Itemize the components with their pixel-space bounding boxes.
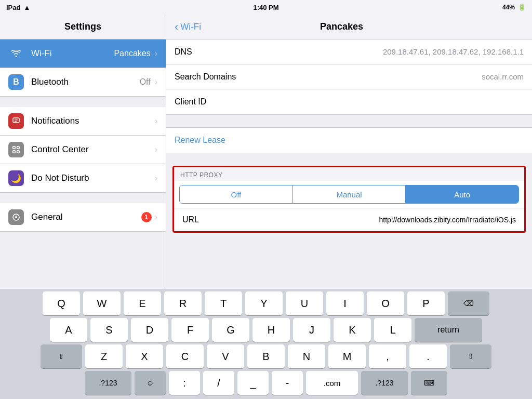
- controlcenter-icon: [8, 142, 24, 157]
- key-k[interactable]: K: [334, 318, 371, 342]
- key-g[interactable]: G: [212, 318, 249, 342]
- key-m[interactable]: M: [328, 344, 366, 368]
- back-chevron-icon: ‹: [175, 20, 178, 34]
- key-u[interactable]: U: [286, 291, 323, 315]
- key-b[interactable]: B: [247, 344, 285, 368]
- key-s[interactable]: S: [90, 318, 128, 342]
- key-l[interactable]: L: [374, 318, 411, 342]
- key-shift-right[interactable]: ⇧: [450, 344, 491, 368]
- notifications-icon: [8, 113, 24, 129]
- proxy-auto-button[interactable]: Auto: [406, 185, 518, 203]
- sidebar: Settings Wi-Fi Pancakes › B Bluetooth Of: [0, 15, 166, 289]
- general-icon: [8, 209, 24, 225]
- key-comma[interactable]: ,: [369, 344, 406, 368]
- sidebar-item-notifications[interactable]: Notifications ›: [0, 107, 166, 136]
- keyboard-row-1: Q W E R T Y U I O P ⌫: [0, 289, 532, 315]
- key-a[interactable]: A: [50, 318, 87, 342]
- key-slash[interactable]: /: [203, 371, 234, 395]
- key-h[interactable]: H: [252, 318, 290, 342]
- key-i[interactable]: I: [326, 291, 364, 315]
- general-badge: 1: [141, 212, 152, 222]
- key-return[interactable]: return: [415, 318, 482, 342]
- key-period[interactable]: .: [409, 344, 447, 368]
- wifi-icon: [8, 46, 24, 61]
- wifi-value: Pancakes: [114, 49, 150, 58]
- key-o[interactable]: O: [367, 291, 404, 315]
- key-keyboard-icon[interactable]: ⌨: [411, 371, 447, 395]
- key-shift-left[interactable]: ⇧: [41, 344, 82, 368]
- key-q[interactable]: Q: [43, 291, 80, 315]
- key-delete[interactable]: ⌫: [448, 291, 489, 315]
- proxy-manual-button[interactable]: Manual: [293, 185, 406, 203]
- detail-pane: ‹ Wi-Fi Pancakes DNS 209.18.47.61, 209.1…: [166, 15, 532, 289]
- ipad-label: iPad: [6, 4, 20, 11]
- keyboard-row-4: .?123 ☺ : / _ - .com .?123 ⌨: [0, 368, 532, 399]
- detail-content: DNS 209.18.47.61, 209.18.47.62, 192.168.…: [166, 39, 532, 289]
- key-c[interactable]: C: [166, 344, 204, 368]
- status-bar: iPad ▲ 1:40 PM 44% 🔋: [0, 0, 532, 15]
- battery-percent: 44%: [502, 4, 515, 11]
- sidebar-item-general[interactable]: General 1 ›: [0, 203, 166, 232]
- keyboard-row-2: A S D F G H J K L return: [0, 315, 532, 342]
- sidebar-title: Settings: [64, 21, 101, 32]
- wifi-status-icon: ▲: [23, 4, 30, 11]
- renew-lease-group: Renew Lease: [166, 127, 532, 153]
- key-colon[interactable]: :: [169, 371, 200, 395]
- sidebar-item-wifi[interactable]: Wi-Fi Pancakes ›: [0, 39, 166, 68]
- key-v[interactable]: V: [207, 344, 244, 368]
- renew-lease-row[interactable]: Renew Lease: [166, 128, 532, 153]
- svg-rect-1: [15, 119, 18, 121]
- sidebar-item-donotdisturb[interactable]: 🌙 Do Not Disturb ›: [0, 164, 166, 193]
- search-domains-value: socal.rr.com: [482, 72, 524, 81]
- key-p[interactable]: P: [407, 291, 445, 315]
- sidebar-header: Settings: [0, 15, 166, 39]
- wifi-label: Wi-Fi: [31, 48, 114, 59]
- key-n[interactable]: N: [288, 344, 325, 368]
- key-x[interactable]: X: [126, 344, 163, 368]
- key-j[interactable]: J: [293, 318, 330, 342]
- sidebar-item-controlcenter[interactable]: Control Center ›: [0, 136, 166, 164]
- detail-title: Pancakes: [201, 21, 482, 32]
- svg-point-4: [17, 147, 20, 149]
- proxy-header: HTTP PROXY: [174, 167, 524, 181]
- donotdisturb-label: Do Not Disturb: [31, 173, 155, 183]
- dns-row: DNS 209.18.47.61, 209.18.47.62, 192.168.…: [166, 39, 532, 64]
- key-y[interactable]: Y: [245, 291, 283, 315]
- status-left: iPad ▲: [6, 4, 30, 11]
- key-dotcom[interactable]: .com: [306, 371, 358, 395]
- back-button[interactable]: ‹ Wi-Fi: [175, 20, 201, 34]
- key-z[interactable]: Z: [85, 344, 123, 368]
- key-f[interactable]: F: [171, 318, 209, 342]
- key-d[interactable]: D: [131, 318, 168, 342]
- search-domains-row: Search Domains socal.rr.com: [166, 64, 532, 89]
- key-w[interactable]: W: [83, 291, 121, 315]
- status-right: 44% 🔋: [502, 4, 526, 11]
- svg-point-3: [13, 147, 16, 149]
- wifi-chevron: ›: [155, 49, 157, 58]
- svg-rect-2: [15, 121, 17, 122]
- key-e[interactable]: E: [124, 291, 161, 315]
- controlcenter-chevron: ›: [155, 145, 157, 154]
- key-underscore[interactable]: _: [237, 371, 269, 395]
- general-chevron: ›: [155, 212, 157, 222]
- dns-label: DNS: [175, 47, 383, 57]
- bluetooth-value: Off: [140, 77, 151, 87]
- bluetooth-chevron: ›: [155, 77, 157, 87]
- key-dash[interactable]: -: [272, 371, 303, 395]
- key-emoji[interactable]: ☺: [135, 371, 166, 395]
- sidebar-item-bluetooth[interactable]: B Bluetooth Off ›: [0, 68, 166, 97]
- bluetooth-label: Bluetooth: [31, 77, 140, 87]
- key-numbers-left[interactable]: .?123: [85, 371, 131, 395]
- battery-icon: 🔋: [518, 4, 526, 11]
- back-label: Wi-Fi: [180, 22, 201, 32]
- general-label: General: [31, 212, 141, 222]
- renew-lease-button[interactable]: Renew Lease: [175, 136, 225, 145]
- key-numbers-right[interactable]: .?123: [361, 371, 408, 395]
- proxy-off-button[interactable]: Off: [180, 185, 293, 203]
- key-r[interactable]: R: [164, 291, 202, 315]
- key-t[interactable]: T: [205, 291, 242, 315]
- notifications-chevron: ›: [155, 116, 157, 126]
- controlcenter-label: Control Center: [31, 144, 155, 155]
- proxy-section: HTTP PROXY Off Manual Auto URL http://do…: [172, 166, 526, 233]
- keyboard: Q W E R T Y U I O P ⌫ A S D F G H J K L …: [0, 289, 532, 399]
